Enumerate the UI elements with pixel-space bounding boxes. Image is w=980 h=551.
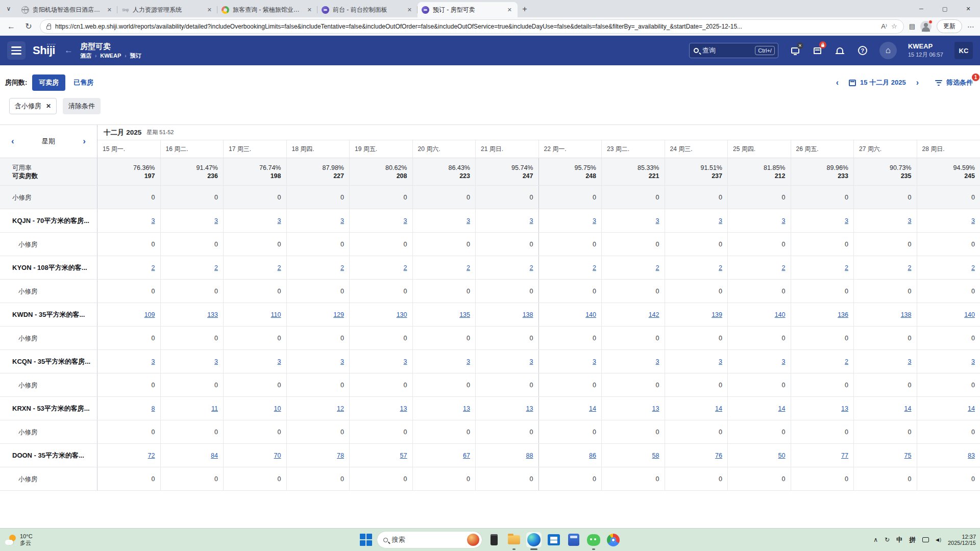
availability-link[interactable]: 12 (337, 405, 344, 412)
available-rooms-toggle[interactable]: 可卖房 (32, 74, 65, 91)
breadcrumb-property[interactable]: KWEAP (100, 53, 121, 59)
tab-close-icon[interactable]: ✕ (206, 7, 213, 13)
taskbar-store[interactable] (546, 532, 561, 547)
availability-link[interactable]: 11 (211, 405, 218, 412)
weather-widget[interactable]: 10°C 多云 (5, 534, 33, 546)
availability-link[interactable]: 86 (589, 452, 596, 459)
breadcrumb-hotel[interactable]: 酒店 (80, 52, 91, 60)
availability-link[interactable]: 3 (340, 217, 344, 224)
profile-avatar[interactable] (920, 21, 932, 32)
availability-link[interactable]: 2 (214, 264, 218, 271)
taskbar-wechat[interactable] (586, 532, 601, 547)
availability-link[interactable]: 3 (719, 358, 722, 365)
property-info[interactable]: KWEAP 15 12月 06:57 (908, 43, 943, 58)
availability-link[interactable]: 2 (467, 264, 470, 271)
availability-link[interactable]: 13 (841, 405, 848, 412)
hamburger-menu-icon[interactable] (7, 41, 26, 60)
ime-language-indicator[interactable]: 中 (896, 536, 903, 544)
breadcrumb-reservation[interactable]: 预订 (130, 52, 141, 60)
back-arrow-icon[interactable]: ← (64, 45, 73, 56)
availability-link[interactable]: 2 (278, 264, 281, 271)
update-button[interactable]: 更新 (937, 19, 962, 33)
availability-link[interactable]: 50 (778, 452, 786, 459)
sold-rooms-toggle[interactable]: 已售房 (74, 78, 93, 87)
availability-link[interactable]: 14 (904, 405, 912, 412)
availability-link[interactable]: 76 (715, 452, 722, 459)
availability-link[interactable]: 2 (908, 264, 912, 271)
availability-link[interactable]: 2 (152, 264, 155, 271)
availability-link[interactable]: 109 (144, 311, 155, 318)
home-button[interactable]: ⌂ (879, 42, 897, 59)
back-icon[interactable]: ← (5, 22, 17, 31)
minor-repair-chip[interactable]: 含小修房 ✕ (9, 98, 57, 114)
browser-tab[interactable]: 预订 - 房型可卖✕ (418, 2, 518, 17)
taskbar-search[interactable]: 搜索 (377, 532, 482, 548)
availability-link[interactable]: 2 (593, 264, 596, 271)
taskbar-app-dark[interactable] (486, 532, 502, 547)
minimize-button[interactable]: ─ (910, 0, 933, 17)
taskbar-file-explorer[interactable] (506, 532, 522, 547)
availability-link[interactable]: 10 (274, 405, 281, 412)
availability-link[interactable]: 3 (404, 358, 407, 365)
clear-filters-chip[interactable]: 清除条件 (63, 98, 101, 114)
availability-link[interactable]: 2 (340, 264, 344, 271)
availability-link[interactable]: 2 (845, 358, 848, 365)
availability-link[interactable]: 138 (523, 311, 533, 318)
collections-icon[interactable]: ▤ (909, 22, 915, 30)
availability-link[interactable]: 3 (278, 358, 281, 365)
tray-sync-icon[interactable]: ↻ (885, 536, 890, 543)
availability-link[interactable]: 3 (656, 358, 659, 365)
browser-tab[interactable]: 旅客查询 - 紫楠旅馆业治安信息管✕ (217, 2, 317, 17)
availability-link[interactable]: 129 (333, 311, 344, 318)
availability-link[interactable]: 3 (278, 217, 281, 224)
availability-link[interactable]: 75 (904, 452, 912, 459)
new-tab-button[interactable]: + (518, 2, 532, 16)
availability-link[interactable]: 3 (908, 358, 912, 365)
availability-link[interactable]: 13 (463, 405, 470, 412)
availability-link[interactable]: 58 (652, 452, 659, 459)
refresh-icon[interactable]: ↻ (22, 21, 35, 31)
availability-link[interactable]: 138 (901, 311, 912, 318)
availability-link[interactable]: 3 (152, 358, 155, 365)
availability-link[interactable]: 2 (404, 264, 407, 271)
availability-link[interactable]: 14 (589, 405, 596, 412)
taskbar-calculator[interactable] (566, 532, 581, 547)
availability-link[interactable]: 3 (971, 358, 975, 365)
taskbar-edge[interactable] (526, 532, 542, 547)
browser-menu-icon[interactable]: ⋯ (967, 22, 975, 31)
workstation-status-button[interactable]: ✕ (790, 45, 801, 56)
availability-link[interactable]: 83 (968, 452, 975, 459)
filter-conditions-button[interactable]: 筛选条件 1 (935, 78, 973, 87)
availability-link[interactable]: 3 (971, 217, 975, 224)
taskbar-chrome[interactable] (606, 532, 621, 547)
availability-link[interactable]: 3 (467, 358, 470, 365)
availability-link[interactable]: 3 (719, 217, 722, 224)
tab-close-icon[interactable]: ✕ (306, 7, 313, 13)
user-avatar[interactable]: KC (954, 42, 973, 59)
availability-link[interactable]: 110 (271, 311, 281, 318)
availability-link[interactable]: 130 (397, 311, 407, 318)
availability-link[interactable]: 78 (337, 452, 344, 459)
next-date-icon[interactable]: › (913, 78, 922, 87)
availability-link[interactable]: 77 (841, 452, 848, 459)
availability-link[interactable]: 142 (649, 311, 659, 318)
date-picker[interactable]: 15 十二月 2025 (849, 78, 906, 87)
availability-link[interactable]: 2 (782, 264, 786, 271)
read-aloud-icon[interactable]: A⁾ (881, 22, 887, 30)
availability-link[interactable]: 3 (593, 358, 596, 365)
availability-link[interactable]: 3 (782, 217, 786, 224)
availability-link[interactable]: 133 (207, 311, 218, 318)
tab-close-icon[interactable]: ✕ (406, 7, 413, 13)
availability-link[interactable]: 3 (467, 217, 470, 224)
availability-link[interactable]: 72 (148, 452, 155, 459)
availability-link[interactable]: 140 (964, 311, 975, 318)
availability-link[interactable]: 70 (274, 452, 281, 459)
availability-link[interactable]: 3 (845, 217, 848, 224)
week-next-icon[interactable]: › (83, 136, 86, 146)
availability-link[interactable]: 2 (845, 264, 848, 271)
prev-date-icon[interactable]: ‹ (833, 78, 842, 87)
availability-link[interactable]: 14 (778, 405, 786, 412)
start-button[interactable] (359, 533, 373, 546)
tab-close-icon[interactable]: ✕ (106, 7, 113, 13)
availability-link[interactable]: 3 (530, 358, 533, 365)
